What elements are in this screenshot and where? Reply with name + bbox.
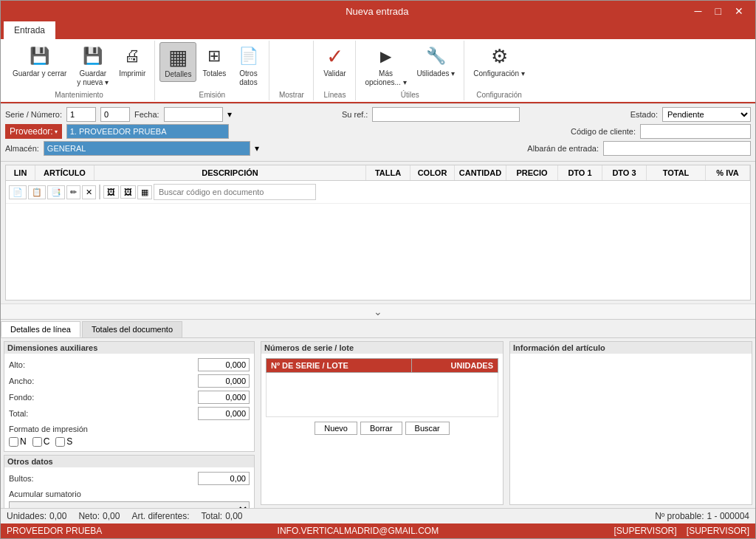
imprimir-label: Imprimir	[119, 69, 145, 78]
ancho-input[interactable]	[198, 374, 250, 388]
configuracion-button[interactable]: ⚙ Configuración ▾	[469, 42, 529, 80]
utiles-label: Útiles	[401, 89, 419, 99]
proveedor-button-label: Proveedor:	[10, 126, 53, 137]
totales-icon: ⊞	[202, 44, 226, 68]
info-panel: Información del artículo	[509, 341, 752, 505]
info-title: Información del artículo	[510, 342, 752, 354]
utilidades-button[interactable]: 🔧 Utilidades ▾	[413, 42, 460, 80]
ancho-label: Ancho:	[9, 377, 34, 385]
serie-input[interactable]	[66, 107, 96, 122]
art-diferentes-row: Art. diferentes:	[131, 511, 189, 521]
col-precio: PRECIO	[506, 165, 558, 180]
dimensiones-panel: Dimensiones auxiliares Alto: Ancho: Fond…	[4, 341, 255, 452]
codigo-cliente-label: Código de cliente:	[571, 127, 636, 136]
emision-buttons: ▦ Detalles ⊞ Totales 📄 Otrosdatos	[159, 42, 264, 89]
maximize-button[interactable]: □	[709, 4, 727, 18]
grid-image1-button[interactable]: 🖼	[103, 185, 119, 199]
detalles-button[interactable]: ▦ Detalles	[159, 42, 196, 82]
guardar-nueva-label: Guardary nueva ▾	[77, 69, 109, 87]
bultos-input[interactable]	[198, 472, 250, 485]
mostrar-label: Mostrar	[279, 89, 304, 99]
serie-numero-label: Serie / Número:	[5, 110, 62, 119]
ribbon-group-mantenimiento: 💾 Guardar y cerrar 💾 Guardary nueva ▾ 🖨 …	[4, 41, 155, 100]
ribbon: Entrada 💾 Guardar y cerrar 💾 Guardary nu…	[1, 21, 755, 104]
albaran-input[interactable]	[603, 141, 751, 156]
col-descripcion: DESCRIPCIÓN	[94, 165, 366, 180]
lineas-label: Líneas	[323, 89, 346, 99]
check-n[interactable]	[9, 437, 18, 447]
footer-right: [SUPERVISOR] [SUPERVISOR]	[614, 526, 749, 536]
proveedor-button[interactable]: Proveedor: ▾	[5, 124, 62, 139]
grid-view-button[interactable]: ▦	[137, 185, 152, 199]
form-row-1: Serie / Número: Fecha: ▾ Su ref.: Estado…	[5, 107, 751, 122]
configuracion-icon: ⚙	[487, 44, 511, 68]
tab-totales-documento[interactable]: Totales del documento	[82, 321, 182, 337]
title-bar: Nueva entrada ─ □ ✕	[1, 1, 755, 21]
proveedor-input[interactable]	[66, 124, 229, 139]
ribbon-group-lineas: ✓ Validar Líneas	[314, 41, 356, 100]
grid-toolbar: 📄 📋 📑 ✏ ✕ 🖼 🖼 ▦	[6, 181, 750, 204]
almacen-label: Almacén:	[5, 144, 39, 153]
total-dim-input[interactable]	[198, 407, 250, 420]
tab-detalles-linea[interactable]: Detalles de línea	[1, 321, 80, 337]
total-row: Total: 0,00	[202, 511, 243, 521]
unidades-row: Unidades: 0,00	[7, 511, 66, 521]
grid-paste-button[interactable]: 📑	[47, 185, 65, 199]
col-iva: % IVA	[706, 165, 750, 180]
total-dim-label: Total:	[9, 409, 28, 418]
grid-image2-button[interactable]: 🖼	[120, 185, 136, 199]
grid-new-button[interactable]: 📄	[9, 185, 27, 199]
nuevo-button[interactable]: Nuevo	[315, 422, 357, 435]
almacen-input[interactable]	[44, 141, 250, 156]
bottom-tabs: Detalles de línea Totales del documento	[1, 320, 755, 338]
fecha-input[interactable]	[164, 107, 223, 122]
neto-row: Neto: 0,00	[78, 511, 120, 521]
series-col1-header: Nº DE SERIE / LOTE	[267, 359, 412, 373]
no-probable-label: Nº probable:	[655, 511, 704, 521]
codigo-cliente-input[interactable]	[640, 124, 751, 139]
close-button[interactable]: ✕	[729, 4, 749, 18]
unidades-value: 0,00	[49, 511, 66, 521]
configuracion-label: Configuración ▾	[473, 69, 524, 78]
grid-edit-button[interactable]: ✏	[66, 185, 80, 199]
bottom-area: Detalles de línea Totales del documento …	[1, 319, 755, 508]
fondo-input[interactable]	[198, 391, 250, 404]
alto-input[interactable]	[198, 358, 250, 371]
validar-button[interactable]: ✓ Validar	[318, 42, 351, 80]
guardar-nueva-button[interactable]: 💾 Guardary nueva ▾	[72, 42, 113, 89]
check-c[interactable]	[32, 437, 42, 447]
neto-label: Neto:	[78, 511, 100, 521]
guardar-cerrar-label: Guardar y cerrar	[13, 69, 66, 78]
total-value: 0,00	[225, 511, 242, 521]
check-s[interactable]	[55, 437, 65, 447]
emision-label: Emisión	[199, 89, 226, 99]
fecha-dropdown-icon[interactable]: ▾	[227, 109, 232, 120]
col-dto1: DTO 1	[558, 165, 602, 180]
totales-button[interactable]: ⊞ Totales	[198, 42, 230, 80]
check-s-label: S	[66, 436, 72, 447]
mas-opciones-button[interactable]: ▶ Másopciones... ▾	[360, 42, 410, 89]
imprimir-button[interactable]: 🖨 Imprimir	[114, 42, 150, 80]
estado-select[interactable]: Pendiente	[662, 107, 751, 122]
minimize-button[interactable]: ─	[689, 4, 708, 18]
no-probable-row: Nº probable: 1 - 000004	[655, 511, 749, 521]
guardar-cerrar-button[interactable]: 💾 Guardar y cerrar	[8, 42, 71, 80]
grid-copy-button[interactable]: 📋	[28, 185, 46, 199]
status-bar: Unidades: 0,00 Neto: 0,00 Art. diferente…	[1, 508, 755, 523]
scroll-indicator: ⌄	[1, 303, 755, 319]
mas-opciones-icon: ▶	[374, 44, 398, 68]
numero-input[interactable]	[100, 107, 130, 122]
grid-search-input[interactable]	[154, 184, 316, 200]
tab-entrada[interactable]: Entrada	[4, 21, 55, 39]
otros-datos-title: Otros datos	[4, 456, 254, 467]
ribbon-group-mostrar: Mostrar	[269, 41, 314, 100]
buscar-button[interactable]: Buscar	[405, 422, 450, 435]
borrar-button[interactable]: Borrar	[360, 422, 402, 435]
grid-delete-button[interactable]: ✕	[82, 185, 96, 199]
su-ref-input[interactable]	[372, 107, 520, 122]
save-close-icon: 💾	[28, 44, 52, 68]
col-cantidad: CANTIDAD	[455, 165, 506, 180]
almacen-dropdown-icon[interactable]: ▾	[255, 143, 259, 154]
otros-datos-button[interactable]: 📄 Otrosdatos	[232, 42, 264, 89]
unidades-label: Unidades:	[7, 511, 47, 521]
